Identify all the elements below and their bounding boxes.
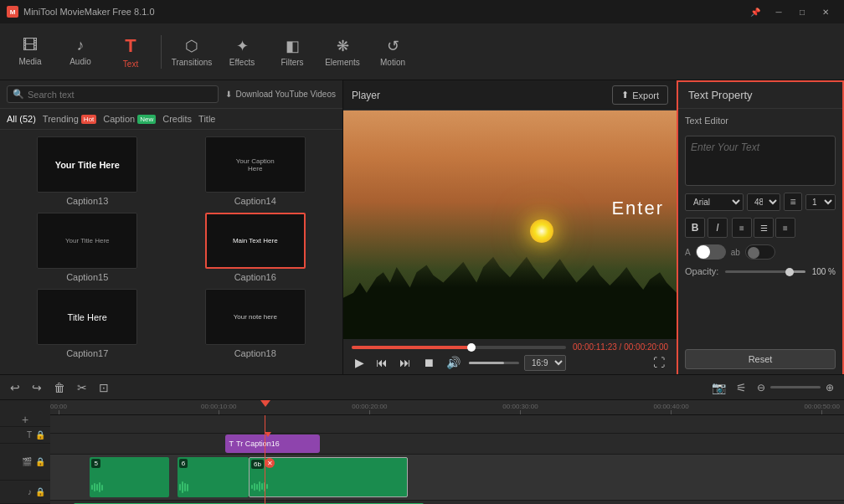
zoom-out-button[interactable]: ⊖ bbox=[754, 380, 769, 395]
opacity-slider[interactable] bbox=[725, 270, 805, 273]
category-all-label: All (52) bbox=[7, 114, 36, 124]
align-right-button[interactable]: ≡ bbox=[775, 218, 795, 238]
media-icon: 🎞 bbox=[23, 37, 38, 54]
text-item-caption17[interactable]: Title Here Caption17 bbox=[7, 289, 168, 358]
align-center-button[interactable]: ☰ bbox=[754, 218, 774, 238]
opacity-value: 100 % bbox=[812, 267, 836, 276]
shadow-toggle[interactable] bbox=[745, 244, 775, 260]
text-item-caption14[interactable]: Your CaptionHere Caption14 bbox=[175, 136, 337, 206]
video-track-lock[interactable]: 🔒 bbox=[35, 457, 45, 466]
close-button[interactable]: ✕ bbox=[814, 0, 837, 23]
text-thumb-caption14: Your CaptionHere bbox=[205, 136, 306, 193]
youtube-download-link[interactable]: ⬇ Download YouTube Videos bbox=[225, 90, 336, 99]
category-all[interactable]: All (52) bbox=[7, 114, 36, 124]
color-label: A bbox=[685, 248, 691, 257]
trending-badge: Hot bbox=[81, 115, 96, 124]
waveform-6b bbox=[250, 478, 407, 495]
delete-badge[interactable]: ✕ bbox=[265, 458, 275, 468]
volume-slider[interactable] bbox=[469, 362, 519, 364]
effects-label: Effects bbox=[229, 58, 255, 67]
text-tool[interactable]: T Text bbox=[107, 28, 154, 75]
caption16-clip[interactable]: T Tr Caption16 bbox=[225, 435, 321, 453]
audio-track-lock[interactable]: 🔒 bbox=[35, 487, 45, 496]
volume-fill bbox=[469, 362, 504, 364]
player-header: Player ⬆ Export bbox=[343, 80, 677, 111]
ruler-tick-10: 00:00:10:00 bbox=[201, 403, 236, 414]
align-left-button[interactable]: ≡ bbox=[732, 218, 752, 238]
num-select[interactable]: 1 bbox=[805, 194, 836, 210]
caption-arrow bbox=[265, 432, 271, 437]
elements-tool[interactable]: ❋ Elements bbox=[319, 28, 366, 75]
delete-button[interactable]: 🗑 bbox=[50, 379, 69, 396]
motion-tool[interactable]: ↺ Motion bbox=[369, 28, 416, 75]
video-clip-6b[interactable]: 6b ✕ bbox=[249, 457, 408, 497]
media-tool[interactable]: 🎞 Media bbox=[7, 28, 54, 75]
aspect-ratio-select[interactable]: 16:9 bbox=[524, 355, 566, 371]
filters-tool[interactable]: ◧ Filters bbox=[269, 28, 316, 75]
effects-tool[interactable]: ✦ Effects bbox=[219, 28, 265, 75]
search-box[interactable]: 🔍 bbox=[7, 85, 219, 103]
zoom-in-button[interactable]: ⊕ bbox=[822, 380, 837, 395]
ruler-tick-40: 00:00:40:00 bbox=[653, 403, 688, 414]
text-editor-box[interactable]: Enter Your Text bbox=[685, 136, 836, 186]
bold-button[interactable]: B bbox=[685, 218, 705, 238]
category-title-label: Title bbox=[198, 114, 215, 124]
minimize-button[interactable]: ─ bbox=[767, 0, 790, 23]
ruler-tick-0: 00:00 bbox=[50, 403, 67, 414]
font-size-select[interactable]: 48 bbox=[747, 193, 780, 211]
undo-button[interactable]: ↩ bbox=[7, 379, 23, 396]
text-item-caption13[interactable]: Your Title Here Caption13 bbox=[7, 136, 168, 206]
motion-label: Motion bbox=[380, 58, 405, 67]
text-item-caption16[interactable]: Main Text Here Caption16 bbox=[175, 213, 337, 282]
color-toggle[interactable] bbox=[696, 244, 726, 260]
text-thumb-caption18: Your note here bbox=[205, 289, 306, 345]
search-input[interactable] bbox=[28, 90, 213, 100]
video-clip-6[interactable]: 6 bbox=[178, 457, 249, 497]
progress-fill bbox=[352, 346, 471, 349]
transitions-icon: ⬡ bbox=[185, 37, 198, 55]
align-group: ≡ ☰ ≡ bbox=[732, 218, 795, 238]
list-button[interactable]: ≡ bbox=[784, 193, 802, 211]
cut-button[interactable]: ✂ bbox=[74, 379, 90, 396]
transitions-tool[interactable]: ⬡ Transitions bbox=[168, 28, 215, 75]
next-frame-button[interactable]: ⏭ bbox=[396, 354, 414, 371]
clip-number-5: 5 bbox=[91, 459, 100, 468]
time-ruler: 00:00 00:00:10:00 00:00:20:00 00:00:30:0… bbox=[50, 400, 844, 415]
category-caption[interactable]: Caption New bbox=[103, 114, 156, 124]
redo-button[interactable]: ↪ bbox=[28, 379, 45, 396]
add-track-icon[interactable]: + bbox=[22, 413, 28, 426]
download-icon: ⬇ bbox=[225, 90, 232, 99]
video-track-icon: 🎬 bbox=[22, 457, 32, 466]
fullscreen-button[interactable]: ⛶ bbox=[650, 354, 668, 371]
category-trending[interactable]: Trending Hot bbox=[43, 114, 96, 124]
app-icon: M bbox=[7, 6, 18, 18]
maximize-button[interactable]: □ bbox=[790, 0, 814, 23]
export-button[interactable]: ⬆ Export bbox=[612, 85, 668, 105]
player-controls: 00:00:11:23 / 00:00:20:00 ▶ ⏮ ⏭ ⏹ 🔊 16:9… bbox=[343, 339, 677, 374]
reset-button[interactable]: Reset bbox=[685, 349, 836, 369]
category-credits[interactable]: Credits bbox=[162, 114, 192, 124]
stop-button[interactable]: ⏹ bbox=[419, 354, 438, 371]
prev-frame-button[interactable]: ⏮ bbox=[373, 354, 391, 371]
text-track-lock[interactable]: 🔒 bbox=[35, 430, 45, 440]
zoom-slider[interactable] bbox=[770, 386, 821, 388]
text-item-caption15[interactable]: Your Title Here Caption15 bbox=[7, 213, 168, 282]
export-label: Export bbox=[632, 90, 659, 100]
progress-bar[interactable] bbox=[352, 346, 566, 349]
audio-tool[interactable]: ♪ Audio bbox=[57, 28, 104, 75]
split-button[interactable]: ⚟ bbox=[733, 379, 750, 396]
text-item-caption18[interactable]: Your note here Caption18 bbox=[175, 289, 337, 358]
pin-button[interactable]: 📌 bbox=[744, 0, 767, 23]
ruler-tick-50: 00:00:50:00 bbox=[805, 403, 840, 414]
italic-button[interactable]: I bbox=[708, 218, 728, 238]
snapshot-button[interactable]: 📷 bbox=[708, 379, 729, 396]
category-title[interactable]: Title bbox=[198, 114, 215, 124]
play-button[interactable]: ▶ bbox=[352, 354, 368, 371]
crop-button[interactable]: ⊡ bbox=[95, 379, 112, 396]
volume-button[interactable]: 🔊 bbox=[443, 354, 464, 371]
font-select[interactable]: Arial bbox=[685, 193, 744, 211]
video-track-label: 🎬 🔒 bbox=[0, 444, 50, 481]
playhead-marker bbox=[260, 400, 270, 407]
panel-header: 🔍 ⬇ Download YouTube Videos bbox=[0, 80, 342, 109]
video-clip-5[interactable]: 5 bbox=[90, 457, 169, 497]
